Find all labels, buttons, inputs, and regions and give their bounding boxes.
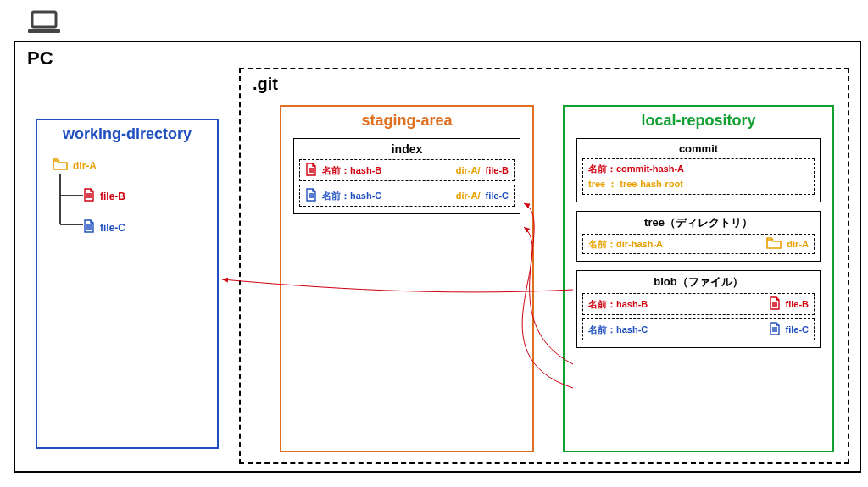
staging-area-box: staging-area index 名前：hash-B dir-A/file-…: [280, 105, 534, 452]
folder-icon: [766, 237, 782, 251]
laptop-icon: [25, 10, 860, 39]
svg-rect-0: [32, 12, 56, 27]
local-repository-title: local-repository: [565, 112, 832, 130]
folder-icon: [53, 158, 68, 173]
blob-row-c: 名前：hash-C file-C: [582, 318, 815, 340]
file-tree: dir-A file-B file-C: [53, 158, 217, 235]
pc-label: PC: [27, 47, 53, 69]
working-directory-box: working-directory dir-A file-B: [36, 119, 219, 449]
pc-container: PC working-directory dir-A file-B: [14, 41, 861, 473]
git-directory-box: .git staging-area index 名前：hash-B dir-A/…: [239, 68, 849, 464]
blob-c-file: file-C: [786, 324, 810, 335]
git-label: .git: [253, 75, 278, 94]
svg-rect-1: [28, 29, 60, 33]
tree-title: tree（ディレクトリ）: [582, 215, 815, 230]
tree-name: 名前：dir-hash-A: [588, 238, 663, 251]
blob-title: blob（ファイル）: [582, 274, 815, 290]
blob-b-file: file-B: [786, 299, 810, 309]
commit-box: commit 名前：commit-hash-A tree ： tree-hash…: [576, 138, 821, 202]
staging-area-title: staging-area: [281, 112, 532, 130]
file-icon: [769, 296, 781, 312]
blob-c-name: 名前：hash-C: [588, 324, 648, 336]
blob-box: blob（ファイル） 名前：hash-B file-B 名前：hash-C fi…: [576, 270, 821, 348]
index-row-b-file: file-B: [486, 165, 509, 175]
tree-dir: dir-A: [787, 239, 809, 249]
blob-b-name: 名前：hash-B: [588, 298, 648, 311]
index-box: index 名前：hash-B dir-A/file-B 名前：hash-C d…: [293, 138, 520, 214]
index-row-c-file: file-C: [486, 191, 509, 201]
index-row-b-name: 名前：hash-B: [322, 164, 381, 177]
file-icon: [305, 188, 317, 203]
index-row-b: 名前：hash-B dir-A/file-B: [299, 159, 515, 181]
file-icon: [305, 163, 317, 178]
commit-name: 名前：commit-hash-A: [588, 162, 809, 177]
index-row-b-dir: dir-A/: [456, 165, 481, 175]
commit-title: commit: [582, 142, 815, 155]
index-title: index: [299, 142, 515, 156]
commit-tree: tree ： tree-hash-root: [588, 177, 809, 192]
index-row-c-dir: dir-A/: [456, 191, 481, 201]
local-repository-box: local-repository commit 名前：commit-hash-A…: [563, 105, 834, 452]
commit-content: 名前：commit-hash-A tree ： tree-hash-root: [582, 158, 815, 195]
blob-row-b: 名前：hash-B file-B: [582, 293, 815, 315]
index-row-c-name: 名前：hash-C: [322, 190, 381, 202]
tree-box: tree（ディレクトリ） 名前：dir-hash-A dir-A: [576, 211, 821, 262]
index-row-c: 名前：hash-C dir-A/file-C: [299, 185, 515, 207]
file-icon: [769, 322, 781, 337]
tree-row: 名前：dir-hash-A dir-A: [582, 234, 815, 254]
dir-a-label: dir-A: [73, 160, 97, 172]
working-directory-title: working-directory: [37, 125, 217, 143]
